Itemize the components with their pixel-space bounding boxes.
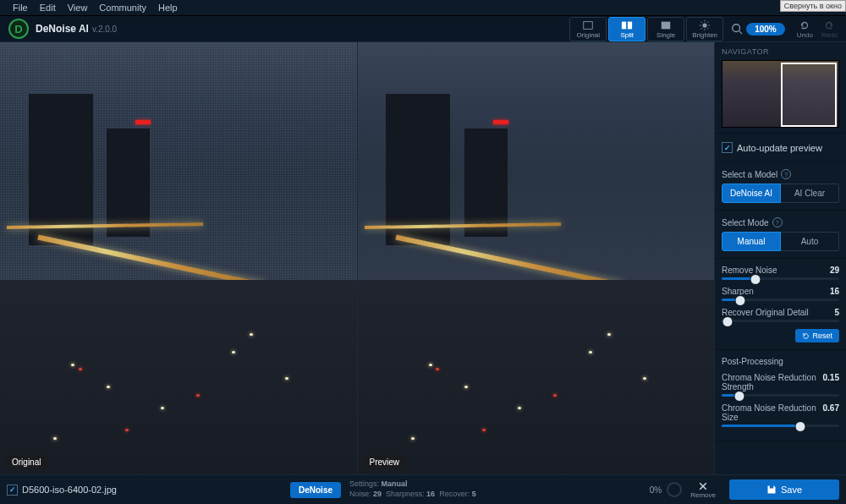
menubar: File Edit View Community Help — [0, 0, 846, 16]
cnr-size-label: Chroma Noise Reduction Size — [722, 403, 823, 422]
svg-rect-2 — [628, 21, 632, 29]
progress-ring-icon — [667, 482, 682, 497]
original-pane: Original — [0, 42, 357, 474]
footer: D5600-iso-6400-02.jpg DeNoise Settings: … — [0, 474, 846, 504]
svg-rect-0 — [584, 21, 593, 29]
brighten-icon — [699, 19, 711, 31]
reset-icon — [802, 332, 810, 340]
menu-view[interactable]: View — [62, 1, 94, 14]
sharpen-slider[interactable] — [722, 299, 839, 301]
cnr-size-slider[interactable] — [722, 425, 839, 427]
save-icon — [766, 485, 777, 495]
mode-manual[interactable]: Manual — [722, 232, 781, 251]
select-mode-label: Select Mode — [722, 218, 769, 227]
filename: D5600-iso-6400-02.jpg — [22, 485, 117, 495]
sharpen-value: 16 — [830, 287, 839, 296]
menu-file[interactable]: File — [7, 1, 34, 14]
cnr-size-value: 0.67 — [823, 403, 839, 422]
preview-label: Preview — [363, 455, 407, 469]
cnr-strength-slider[interactable] — [722, 394, 839, 397]
original-icon — [582, 19, 594, 31]
preview-pane: Preview — [357, 42, 715, 474]
menu-help[interactable]: Help — [152, 1, 184, 14]
cnr-strength-value: 0.15 — [823, 373, 839, 392]
split-viewer[interactable]: Original Preview — [0, 42, 714, 474]
remove-noise-label: Remove Noise — [722, 266, 777, 275]
help-icon[interactable]: ? — [772, 217, 783, 227]
select-model-label: Select a Model — [722, 170, 777, 179]
recover-detail-label: Recover Original Detail — [722, 308, 809, 317]
file-checkbox[interactable] — [7, 485, 18, 496]
remove-noise-slider[interactable] — [722, 277, 839, 280]
undo-button[interactable]: Undo — [797, 19, 813, 39]
external-minimize-pill[interactable]: Свернуть в окно — [780, 0, 846, 12]
svg-point-5 — [733, 25, 740, 32]
remove-noise-value: 29 — [830, 266, 839, 275]
process-button[interactable]: DeNoise — [290, 482, 341, 498]
auto-update-checkbox[interactable] — [722, 142, 733, 153]
menu-community[interactable]: Community — [93, 1, 152, 14]
navigator-heading: NAVIGATOR — [722, 47, 839, 56]
original-label: Original — [5, 455, 47, 469]
help-icon[interactable]: ? — [781, 169, 791, 179]
navigator-thumbnail[interactable] — [722, 60, 839, 128]
zoom-percent[interactable]: 100% — [746, 23, 785, 36]
reset-button[interactable]: Reset — [795, 329, 839, 342]
menu-edit[interactable]: Edit — [34, 1, 62, 14]
viewmode-original[interactable]: Original — [569, 17, 607, 41]
post-processing-heading: Post-Processing — [722, 357, 783, 366]
app-title: DeNoise AI — [36, 23, 89, 35]
sharpen-label: Sharpen — [722, 287, 754, 296]
redo-icon — [823, 19, 835, 31]
svg-rect-1 — [622, 21, 626, 29]
redo-button[interactable]: Redo — [821, 19, 838, 39]
viewmode-single[interactable]: Single — [647, 17, 684, 41]
close-icon — [698, 481, 708, 491]
app-version: v.2.0.0 — [92, 25, 117, 34]
settings-summary: Settings: Manual Noise: 29 Sharpness: 16… — [349, 479, 476, 499]
zoom-controls: 100% — [731, 23, 785, 36]
navigator-viewport-box[interactable] — [781, 63, 837, 127]
progress-percent: 0% — [650, 485, 662, 495]
magnifier-icon[interactable] — [731, 23, 743, 35]
viewmode-brighten[interactable]: Brighten — [686, 17, 723, 41]
split-icon — [621, 19, 633, 31]
remove-button[interactable]: Remove — [690, 481, 716, 499]
recover-detail-value: 5 — [834, 308, 839, 317]
model-denoise-ai[interactable]: DeNoise AI — [722, 184, 781, 203]
app-logo-icon: D — [8, 19, 29, 39]
cnr-strength-label: Chroma Noise Reduction Strength — [722, 373, 823, 392]
save-button[interactable]: Save — [729, 479, 839, 500]
mode-auto[interactable]: Auto — [781, 232, 839, 251]
model-ai-clear[interactable]: AI Clear — [781, 184, 839, 203]
svg-rect-3 — [662, 21, 671, 29]
svg-point-4 — [703, 23, 707, 27]
sidebar: NAVIGATOR Auto-update preview Select a M… — [714, 42, 846, 474]
single-icon — [660, 19, 672, 31]
undo-icon — [799, 19, 810, 31]
auto-update-label: Auto-update preview — [737, 143, 822, 153]
viewmode-split[interactable]: Split — [608, 17, 645, 41]
recover-detail-slider[interactable] — [722, 320, 839, 322]
titlebar: D DeNoise AI v.2.0.0 Original Split Sing… — [0, 16, 846, 42]
